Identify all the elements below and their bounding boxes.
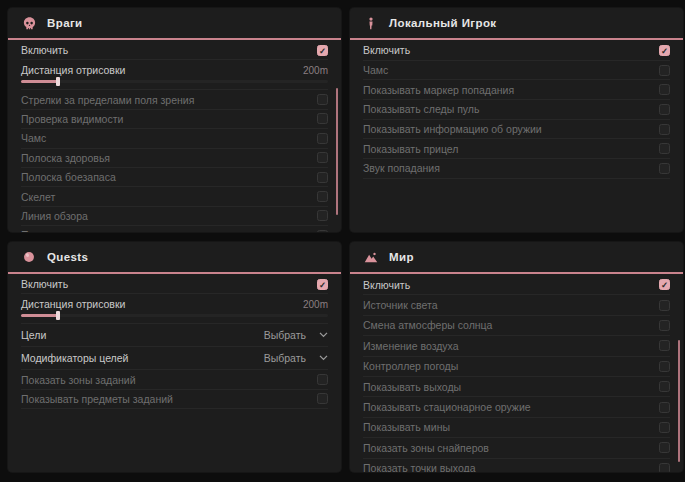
row-light-source: Источник света bbox=[363, 295, 670, 315]
row-draw-distance: Дистанция отрисовки200m bbox=[21, 294, 328, 324]
checkbox-chams[interactable] bbox=[317, 133, 328, 144]
slider-thumb[interactable] bbox=[56, 311, 60, 320]
checkbox-enable[interactable]: ✓ bbox=[317, 279, 328, 290]
row-label: Источник света bbox=[363, 299, 437, 311]
scrollbar-thumb[interactable] bbox=[678, 340, 680, 462]
row-label: Стрелки за пределами поля зрения bbox=[21, 94, 194, 106]
checkbox-skeleton[interactable] bbox=[317, 191, 328, 202]
panel-body: Включить✓Источник светаСмена атмосферы с… bbox=[350, 274, 683, 472]
row-label: Изменение воздуха bbox=[363, 340, 459, 352]
select-target-modifiers[interactable]: Выбрать bbox=[264, 352, 328, 364]
panel-body: Включить✓Дистанция отрисовки200mСтрелки … bbox=[8, 40, 341, 232]
row-label: Показывать мины bbox=[363, 421, 450, 433]
checkbox-air-change[interactable] bbox=[659, 340, 670, 351]
checkbox-weather-controller[interactable] bbox=[659, 361, 670, 372]
chevron-down-icon bbox=[319, 332, 328, 338]
row-label: Скелет bbox=[21, 191, 55, 203]
mountain-icon bbox=[363, 249, 379, 265]
slider-track[interactable] bbox=[21, 80, 328, 83]
slider-fill bbox=[21, 80, 58, 83]
row-label: Показывать маркер попадания bbox=[363, 84, 514, 96]
row-visibility-check: Проверка видимости bbox=[21, 110, 328, 129]
scrollbar-thumb[interactable] bbox=[336, 88, 338, 215]
checkbox-bullet-traces[interactable] bbox=[317, 230, 328, 232]
row-air-change: Изменение воздуха bbox=[363, 336, 670, 356]
checkbox-exit-points[interactable] bbox=[659, 463, 670, 472]
checkbox-sniper-zones[interactable] bbox=[659, 442, 670, 453]
row-label: Контроллер погоды bbox=[363, 360, 458, 372]
checkbox-light-source[interactable] bbox=[659, 300, 670, 311]
row-ammo-bar: Полоска боезапаса bbox=[21, 168, 328, 187]
row-weather-controller: Контроллер погоды bbox=[363, 357, 670, 377]
checkbox-quest-items[interactable] bbox=[317, 393, 328, 404]
row-label: Показывать стационарное оружие bbox=[363, 401, 531, 413]
skull-icon bbox=[21, 15, 37, 31]
checkbox-enable[interactable]: ✓ bbox=[317, 45, 328, 56]
checkbox-health-bar[interactable] bbox=[317, 152, 328, 163]
row-offscreen-arrows: Стрелки за пределами поля зрения bbox=[21, 90, 328, 109]
row-chams: Чамс bbox=[21, 129, 328, 148]
row-weapon-info: Показывать информацию об оружии bbox=[363, 120, 670, 140]
row-enable: Включить✓ bbox=[363, 275, 670, 295]
row-label: Звук попадания bbox=[363, 162, 440, 174]
row-enable: Включить✓ bbox=[21, 275, 328, 294]
checkbox-offscreen-arrows[interactable] bbox=[317, 94, 328, 105]
row-label: Чамс bbox=[21, 132, 46, 144]
panel-body: Включить✓Дистанция отрисовки200mЦелиВыбр… bbox=[8, 274, 341, 409]
checkbox-mines[interactable] bbox=[659, 422, 670, 433]
checkbox-hit-sound[interactable] bbox=[659, 163, 670, 174]
row-bullet-traces: Показывать следы пуль bbox=[21, 226, 328, 232]
checkbox-bullet-traces[interactable] bbox=[659, 104, 670, 115]
slider-thumb[interactable] bbox=[56, 77, 60, 86]
row-label: Включить bbox=[363, 44, 410, 56]
row-health-bar: Полоска здоровья bbox=[21, 149, 328, 168]
row-line-of-sight: Линия обзора bbox=[21, 207, 328, 226]
row-label: Показывать следы пуль bbox=[21, 229, 137, 232]
panel-title: Враги bbox=[47, 17, 83, 29]
row-label: Включить bbox=[21, 44, 68, 56]
panel-title: Quests bbox=[47, 251, 88, 263]
select-targets[interactable]: Выбрать bbox=[264, 329, 328, 341]
checkbox-quest-zones[interactable] bbox=[317, 374, 328, 385]
checkbox-visibility-check[interactable] bbox=[317, 113, 328, 124]
row-quest-zones: Показать зоны заданий bbox=[21, 370, 328, 389]
slider-label-row: Дистанция отрисовки200m bbox=[21, 296, 328, 312]
slider-track[interactable] bbox=[21, 314, 328, 317]
row-label: Показать зоны снайперов bbox=[363, 442, 489, 454]
checkbox-stationary-weapons[interactable] bbox=[659, 402, 670, 413]
row-quest-items: Показывать предметы заданий bbox=[21, 390, 328, 409]
checkbox-ammo-bar[interactable] bbox=[317, 172, 328, 183]
row-label: Включить bbox=[363, 279, 410, 291]
checkbox-enable[interactable]: ✓ bbox=[659, 45, 670, 56]
row-label: Показать зоны заданий bbox=[21, 374, 136, 386]
checkbox-exits[interactable] bbox=[659, 381, 670, 392]
checkbox-line-of-sight[interactable] bbox=[317, 210, 328, 221]
checkbox-sun-atmosphere[interactable] bbox=[659, 320, 670, 331]
panel-world: Мир Включить✓Источник светаСмена атмосфе… bbox=[350, 242, 683, 472]
row-label: Смена атмосферы солнца bbox=[363, 319, 492, 331]
chevron-down-icon bbox=[319, 355, 328, 361]
panel-header: Враги bbox=[8, 8, 341, 38]
checkbox-crosshair[interactable] bbox=[659, 143, 670, 154]
row-crosshair: Показывать прицел bbox=[363, 139, 670, 159]
row-targets: ЦелиВыбрать bbox=[21, 324, 328, 347]
panel-header: Мир bbox=[350, 242, 683, 272]
row-hit-marker: Показывать маркер попадания bbox=[363, 80, 670, 100]
checkbox-weapon-info[interactable] bbox=[659, 124, 670, 135]
row-label: Показывать информацию об оружии bbox=[363, 123, 542, 135]
panel-header: Quests bbox=[8, 242, 341, 272]
row-label: Линия обзора bbox=[21, 210, 88, 222]
row-label: Дистанция отрисовки bbox=[21, 64, 125, 76]
row-skeleton: Скелет bbox=[21, 187, 328, 206]
checkbox-hit-marker[interactable] bbox=[659, 84, 670, 95]
row-mines: Показывать мины bbox=[363, 418, 670, 438]
row-enable: Включить✓ bbox=[21, 41, 328, 60]
checkbox-enable[interactable]: ✓ bbox=[659, 279, 670, 290]
checkbox-chams[interactable] bbox=[659, 65, 670, 76]
row-exit-points: Показать точки выхода bbox=[363, 459, 670, 472]
row-label: Показать точки выхода bbox=[363, 462, 476, 472]
sphere-icon bbox=[21, 249, 37, 265]
select-value: Выбрать bbox=[264, 352, 306, 364]
row-label: Показывать прицел bbox=[363, 143, 458, 155]
row-bullet-traces: Показывать следы пуль bbox=[363, 100, 670, 120]
